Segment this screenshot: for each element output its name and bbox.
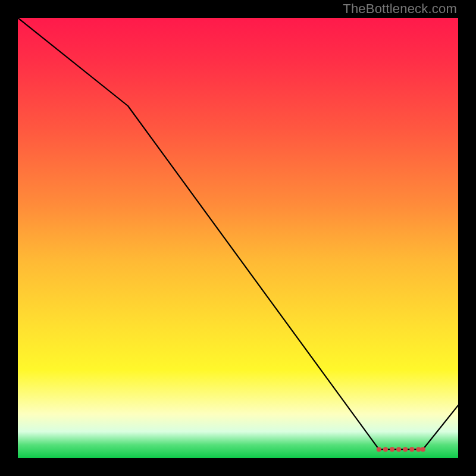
marker-group — [377, 447, 425, 452]
data-marker — [409, 447, 414, 452]
data-marker — [390, 447, 394, 452]
data-line — [18, 18, 458, 449]
data-marker — [396, 447, 401, 452]
chart-frame: TheBottleneck.com — [0, 0, 476, 476]
chart-svg — [18, 18, 458, 458]
data-marker — [416, 447, 421, 452]
watermark-text: TheBottleneck.com — [343, 1, 457, 17]
data-marker — [383, 447, 388, 452]
data-marker — [403, 447, 408, 452]
data-marker — [377, 447, 381, 452]
plot-area — [18, 18, 458, 458]
data-marker — [421, 447, 425, 452]
